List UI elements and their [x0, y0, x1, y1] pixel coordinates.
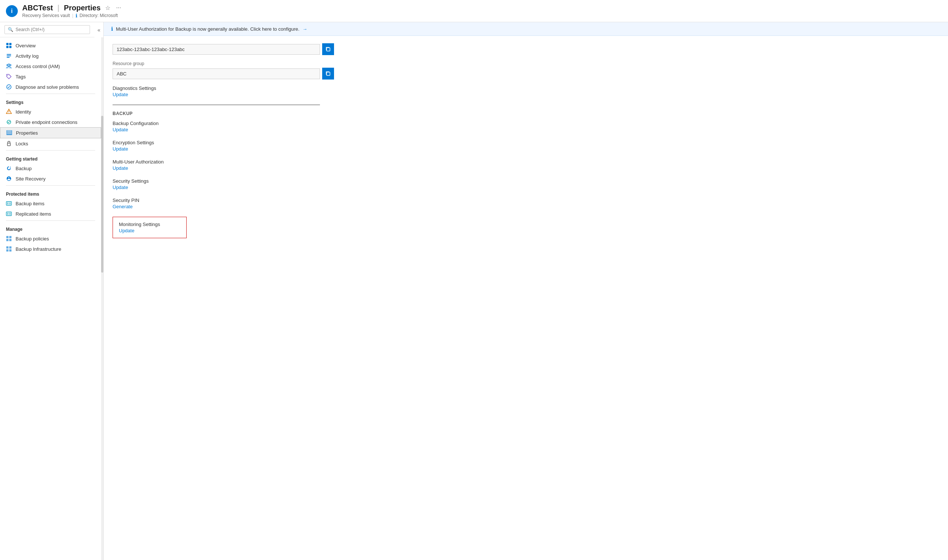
security-pin-generate-link[interactable]: Generate — [113, 204, 133, 209]
resource-group-row — [113, 68, 428, 80]
backup-config-block: Backup Configuration Update — [113, 121, 428, 132]
svg-rect-31 — [9, 246, 11, 249]
resource-group-input[interactable] — [113, 68, 320, 79]
sidebar-item-properties[interactable]: Properties — [0, 127, 101, 138]
sidebar-item-site-recovery[interactable]: Site Recovery — [0, 174, 101, 184]
backup-divider — [113, 105, 320, 105]
content-body: Resource group Diagnostics Settings Upda… — [104, 36, 437, 246]
manage-divider — [6, 220, 95, 221]
backup-config-label: Backup Configuration — [113, 121, 428, 126]
sidebar-item-label: Replicated items — [15, 211, 51, 217]
sidebar-item-diagnose[interactable]: Diagnose and solve problems — [0, 82, 101, 92]
svg-point-13 — [9, 112, 9, 112]
collapse-sidebar-button[interactable]: « — [94, 24, 103, 36]
favorite-button[interactable]: ☆ — [104, 4, 112, 12]
sidebar-item-label: Activity log — [15, 53, 39, 59]
search-input[interactable] — [15, 27, 86, 32]
multi-user-auth-update-link[interactable]: Update — [113, 165, 128, 171]
svg-rect-2 — [6, 46, 9, 48]
diagnostics-update-link[interactable]: Update — [113, 92, 128, 97]
backup-config-update-link[interactable]: Update — [113, 127, 128, 132]
backup-policies-icon — [6, 235, 12, 242]
sidebar-item-label: Identity — [15, 109, 31, 115]
sidebar-item-activity-log[interactable]: Activity log — [0, 51, 101, 61]
svg-rect-26 — [6, 236, 9, 238]
identity-icon — [6, 109, 12, 115]
sidebar-item-access-control[interactable]: Access control (IAM) — [0, 61, 101, 71]
encryption-settings-label: Encryption Settings — [113, 140, 428, 145]
getting-started-label: Getting started — [0, 152, 101, 163]
sidebar-item-locks[interactable]: Locks — [0, 138, 101, 149]
security-settings-label: Security Settings — [113, 178, 428, 184]
locks-icon — [6, 140, 12, 146]
svg-rect-24 — [7, 213, 9, 215]
diagnostics-settings-block: Diagnostics Settings Update — [113, 85, 428, 97]
sidebar-item-backup-infrastructure[interactable]: Backup Infrastructure — [0, 244, 101, 254]
notification-link[interactable]: → — [303, 26, 307, 32]
sidebar-item-label: Access control (IAM) — [15, 64, 60, 69]
sidebar-item-label: Backup items — [15, 201, 45, 206]
backup-items-icon — [6, 200, 12, 206]
multi-user-auth-block: Multi-User Authorization Update — [113, 159, 428, 171]
resource-id-input[interactable] — [113, 44, 320, 55]
sidebar-item-label: Locks — [15, 141, 28, 146]
resource-group-copy-button[interactable] — [322, 68, 334, 80]
sidebar-item-backup[interactable]: Backup — [0, 163, 101, 174]
page-header: i ABCTest | Properties ☆ ··· Recovery Se… — [0, 0, 948, 22]
security-settings-block: Security Settings Update — [113, 178, 428, 190]
sidebar-item-private-endpoint[interactable]: Private endpoint connections — [0, 117, 101, 127]
svg-rect-3 — [9, 46, 11, 48]
overview-icon — [6, 43, 12, 48]
svg-rect-19 — [8, 143, 10, 146]
content-area: ℹ Multi-User Authorization for Backup is… — [104, 22, 948, 560]
sidebar-nav: Overview Activity log Access control (IA… — [0, 37, 101, 560]
protected-items-divider — [6, 185, 95, 186]
notification-bar[interactable]: ℹ Multi-User Authorization for Backup is… — [104, 22, 948, 36]
app-icon: i — [6, 5, 18, 17]
resource-group-group: Resource group — [113, 61, 428, 80]
title-block: ABCTest | Properties ☆ ··· Recovery Serv… — [22, 4, 123, 18]
sidebar-item-label: Tags — [15, 74, 26, 80]
backup-section-title: BACKUP — [113, 111, 428, 116]
manage-label: Manage — [0, 222, 101, 233]
sidebar-item-backup-items[interactable]: Backup items — [0, 198, 101, 209]
sidebar-item-backup-policies[interactable]: Backup policies — [0, 233, 101, 244]
more-options-button[interactable]: ··· — [115, 4, 123, 12]
sidebar-item-replicated-items[interactable]: Replicated items — [0, 209, 101, 219]
multi-user-auth-label: Multi-User Authorization — [113, 159, 428, 165]
security-settings-update-link[interactable]: Update — [113, 185, 128, 190]
svg-rect-21 — [7, 202, 9, 205]
sidebar-item-label: Overview — [15, 43, 36, 48]
svg-rect-33 — [9, 249, 11, 252]
resource-id-copy-button[interactable] — [322, 43, 334, 55]
svg-rect-22 — [9, 202, 11, 205]
access-control-icon — [6, 63, 12, 69]
encryption-settings-block: Encryption Settings Update — [113, 140, 428, 152]
sidebar-scrollbar — [101, 37, 103, 560]
sidebar-scroll-thumb — [101, 116, 103, 272]
monitoring-settings-update-link[interactable]: Update — [119, 228, 134, 233]
encryption-settings-update-link[interactable]: Update — [113, 146, 128, 152]
svg-rect-25 — [9, 213, 11, 215]
sidebar-item-label: Properties — [16, 130, 38, 136]
directory-label: Directory: Microsoft — [80, 13, 118, 18]
getting-started-divider — [6, 150, 95, 151]
resource-group-label: Resource group — [113, 61, 428, 66]
sidebar-item-label: Private endpoint connections — [15, 120, 77, 125]
sidebar-scroll-area: Overview Activity log Access control (IA… — [0, 37, 103, 560]
title-separator: | — [57, 4, 60, 12]
svg-rect-4 — [7, 54, 11, 55]
svg-rect-34 — [327, 48, 330, 51]
backup-icon — [6, 165, 12, 171]
sidebar-item-overview[interactable]: Overview — [0, 40, 101, 51]
protected-items-label: Protected items — [0, 187, 101, 198]
svg-rect-35 — [327, 72, 330, 75]
resource-name: ABCTest — [22, 4, 53, 12]
search-box: 🔍 — [5, 25, 90, 34]
sidebar-item-identity[interactable]: Identity — [0, 106, 101, 117]
sidebar-search-row: 🔍 « — [0, 22, 103, 37]
sidebar-item-label: Backup — [15, 166, 31, 171]
sidebar-item-label: Backup Infrastructure — [15, 246, 62, 252]
tags-icon — [6, 74, 12, 80]
sidebar-item-tags[interactable]: Tags — [0, 71, 101, 82]
